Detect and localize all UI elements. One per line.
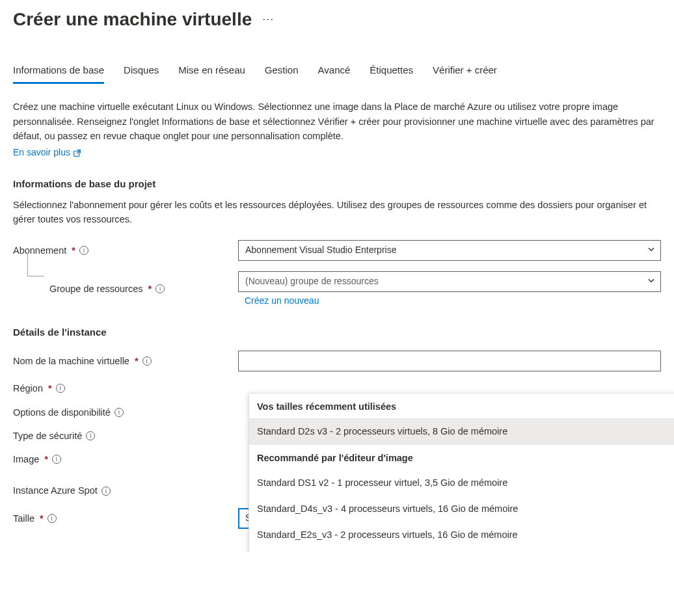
info-icon[interactable]: i [79, 246, 88, 255]
dropdown-recommended-header: Recommandé par l'éditeur d'image [249, 445, 674, 470]
tab-networking[interactable]: Mise en réseau [178, 58, 245, 84]
size-option[interactable]: Standard_E2s_v3 - 2 processeurs virtuels… [249, 522, 674, 548]
size-option[interactable]: Standard D2s v3 - 2 processeurs virtuels… [249, 418, 674, 444]
tab-advanced[interactable]: Avancé [318, 58, 351, 84]
indent-line [27, 253, 44, 276]
project-section-desc: Sélectionnez l'abonnement pour gérer les… [13, 198, 657, 227]
page-title: Créer une machine virtuelle [13, 7, 252, 32]
size-option[interactable]: Standard DS1 v2 - 1 processeur virtuel, … [249, 470, 674, 496]
info-icon[interactable]: i [101, 487, 111, 496]
security-type-label: Type de sécurité [13, 429, 82, 442]
tab-disks[interactable]: Disques [124, 58, 159, 84]
info-icon[interactable]: i [52, 455, 61, 464]
chevron-down-icon [647, 275, 655, 288]
chevron-down-icon [647, 244, 655, 257]
resource-group-placeholder: (Nouveau) groupe de ressources [245, 275, 379, 288]
learn-more-label: En savoir plus [13, 146, 70, 159]
required-indicator: * [44, 453, 48, 466]
size-label: Taille [13, 512, 34, 525]
info-icon[interactable]: i [86, 431, 95, 440]
info-icon[interactable]: i [142, 356, 152, 366]
availability-label: Options de disponibilité [13, 406, 111, 419]
resource-group-label: Groupe de ressources [49, 282, 142, 295]
resource-group-select[interactable]: (Nouveau) groupe de ressources [238, 271, 661, 292]
size-dropdown-panel: Vos tailles récemment utilisées Standard… [249, 393, 674, 552]
region-label: Région [13, 382, 43, 395]
learn-more-link[interactable]: En savoir plus [13, 146, 81, 159]
required-indicator: * [40, 512, 44, 525]
external-link-icon [73, 148, 81, 157]
vm-name-label: Nom de la machine virtuelle [13, 355, 129, 368]
required-indicator: * [48, 382, 52, 395]
subscription-value: Abonnement Visual Studio Enterprise [245, 244, 396, 257]
image-label: Image [13, 453, 39, 466]
info-icon[interactable]: i [56, 384, 65, 393]
subscription-select[interactable]: Abonnement Visual Studio Enterprise [238, 240, 661, 261]
more-actions-icon[interactable]: ··· [262, 11, 274, 27]
instance-section-title: Détails de l'instance [13, 325, 661, 339]
spot-instance-label: Instance Azure Spot [13, 484, 98, 497]
tab-bar: Informations de base Disques Mise en rés… [13, 58, 661, 84]
required-indicator: * [148, 282, 152, 295]
tab-basics[interactable]: Informations de base [13, 58, 104, 84]
info-icon[interactable]: i [155, 284, 165, 293]
tab-management[interactable]: Gestion [265, 58, 299, 84]
dropdown-recent-header: Vos tailles récemment utilisées [249, 394, 674, 418]
info-icon[interactable]: i [47, 514, 57, 523]
required-indicator: * [72, 244, 75, 257]
required-indicator: * [135, 355, 139, 368]
intro-text: Créez une machine virtuelle exécutant Li… [13, 100, 657, 143]
tab-tags[interactable]: Étiquettes [370, 58, 413, 84]
info-icon[interactable]: i [115, 408, 124, 417]
project-section-title: Informations de base du projet [13, 177, 661, 191]
vm-name-input[interactable] [238, 351, 661, 371]
create-new-resource-group-link[interactable]: Créez un nouveau [238, 295, 319, 308]
tab-review-create[interactable]: Vérifier + créer [433, 58, 497, 84]
size-option[interactable]: Standard_D4s_v3 - 4 processeurs virtuels… [249, 496, 674, 522]
see-all-sizes-link[interactable]: Voir toutes les tailles [249, 548, 674, 552]
